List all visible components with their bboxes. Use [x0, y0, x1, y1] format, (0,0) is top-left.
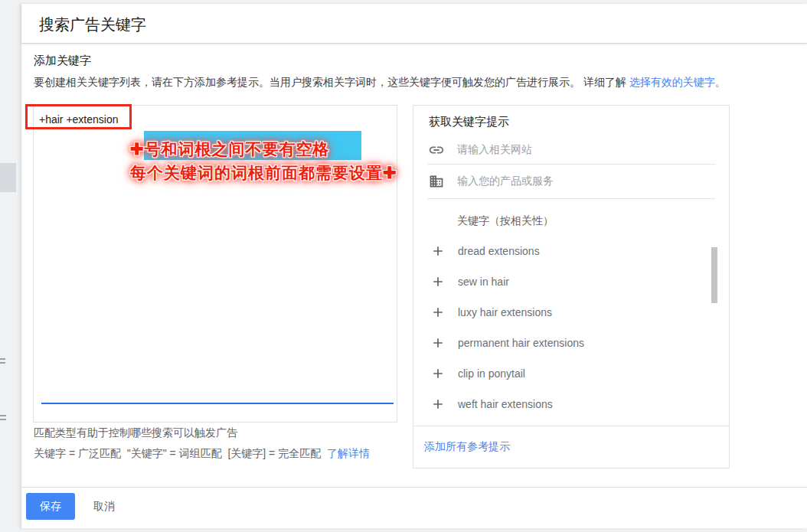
add-keywords-heading: 添加关键字 [34, 54, 91, 68]
keyword-suggestion-row[interactable]: clip in ponytail [413, 358, 706, 389]
dialog-titlebar: 搜索广告关键字 [21, 4, 807, 44]
match-type-hint: 匹配类型有助于控制哪些搜索可以触发广告 [34, 426, 237, 440]
keyword-textarea-value: +hair +extension [39, 112, 119, 127]
keyword-textarea[interactable]: +hair +extension [33, 105, 397, 423]
divider [413, 426, 729, 426]
keywords-dialog: 搜索广告关键字 添加关键字 要创建相关关键字列表，请在下方添加参考提示。当用户搜… [21, 4, 807, 528]
keyword-suggestion-row[interactable]: permanent hair extensions [413, 328, 706, 358]
plus-icon[interactable] [430, 305, 446, 320]
product-input-placeholder: 输入您的产品或服务 [457, 175, 554, 188]
keyword-suggestion-label: dread extensions [458, 245, 540, 257]
save-button[interactable]: 保存 [26, 493, 75, 520]
learn-more-link[interactable]: 了解详情 [327, 447, 370, 459]
keyword-suggestion-label: sew in hair [458, 276, 509, 288]
choose-effective-keywords-link[interactable]: 选择有效的关键字。 [629, 76, 726, 88]
page-title: 搜索广告关键字 [39, 15, 146, 35]
building-icon [427, 174, 446, 189]
suggestions-scrollbar[interactable] [711, 247, 717, 303]
background-scrollbar-fragment [0, 163, 16, 192]
background-text-fragment [0, 415, 6, 421]
keyword-suggestion-row[interactable]: dread extensions [413, 236, 706, 266]
keyword-suggestion-row[interactable]: sew in hair [413, 266, 706, 297]
plus-icon[interactable] [430, 243, 446, 259]
plus-icon[interactable] [430, 397, 446, 412]
cancel-button[interactable]: 取消 [93, 493, 115, 520]
keyword-suggestion-label: permanent hair extensions [458, 337, 584, 349]
description-body: 要创建相关关键字列表，请在下方添加参考提示。当用户搜索相关字词时，这些关键字便可… [34, 76, 629, 88]
plus-icon[interactable] [430, 274, 446, 289]
keyword-suggestion-label: weft hair extensions [458, 398, 553, 410]
suggestions-title: 获取关键字提示 [429, 115, 509, 129]
keywords-by-relevance-header: 关键字（按相关性） [457, 214, 554, 228]
keyword-suggestion-label: luxy hair extensions [458, 306, 552, 318]
website-input[interactable]: 请输入相关网站 [427, 136, 715, 165]
plus-icon[interactable] [430, 366, 446, 381]
textarea-focus-underline [41, 403, 394, 404]
website-input-placeholder: 请输入相关网站 [457, 143, 532, 157]
background-text-fragment [0, 358, 5, 364]
keyword-suggestion-row[interactable]: weft hair extensions [413, 389, 706, 419]
link-icon [427, 142, 446, 158]
divider [21, 487, 807, 488]
match-type-legend: 关键字 = 广泛匹配 "关键字" = 词组匹配 [关键字] = 完全匹配 了解详… [34, 447, 370, 461]
match-type-legend-text: 关键字 = 广泛匹配 "关键字" = 词组匹配 [关键字] = 完全匹配 [34, 447, 327, 459]
description-text: 要创建相关关键字列表，请在下方添加参考提示。当用户搜索相关字词时，这些关键字便可… [34, 76, 726, 90]
keyword-suggestion-row[interactable]: luxy hair extensions [413, 297, 706, 328]
plus-icon[interactable] [430, 335, 446, 351]
keyword-suggestion-label: clip in ponytail [458, 367, 525, 380]
keyword-suggestions-panel: 获取关键字提示 请输入相关网站 输入您的产品或服务 关键字（按相关性） drea… [413, 105, 730, 468]
product-service-input[interactable]: 输入您的产品或服务 [427, 165, 715, 199]
add-all-suggestions-link[interactable]: 添加所有参考提示 [424, 436, 510, 457]
